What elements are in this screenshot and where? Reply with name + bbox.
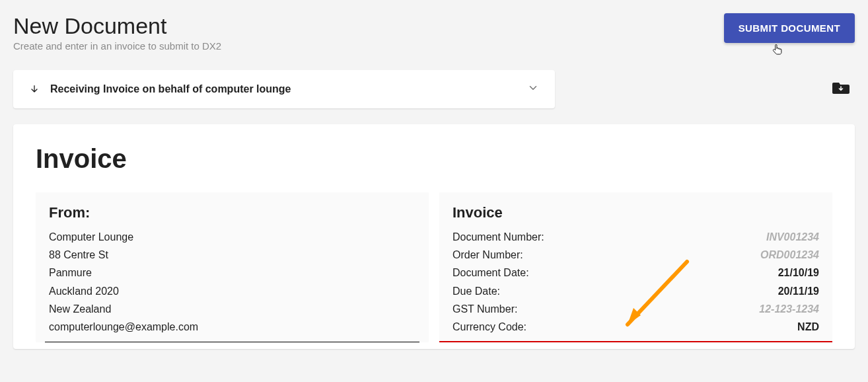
from-panel: From: Computer Lounge 88 Centre St Panmu… — [36, 192, 429, 342]
from-heading: From: — [49, 204, 416, 221]
invoice-card: Invoice From: Computer Lounge 88 Centre … — [13, 124, 855, 349]
toolbar-row: Receiving Invoice on behalf of computer … — [13, 70, 855, 108]
currency-code-value: NZD — [797, 318, 819, 336]
document-number-label: Document Number: — [452, 228, 544, 246]
gst-number-row[interactable]: GST Number: 12-123-1234 — [452, 300, 819, 318]
invoice-meta-heading: Invoice — [452, 204, 819, 221]
from-name: Computer Lounge — [49, 228, 416, 246]
title-block: New Document Create and enter in an invo… — [13, 13, 221, 52]
expander-label: Receiving Invoice on behalf of computer … — [50, 83, 527, 95]
folder-download-icon[interactable] — [832, 81, 850, 98]
from-address: Computer Lounge 88 Centre St Panmure Auc… — [49, 228, 416, 336]
invoice-panels: From: Computer Lounge 88 Centre St Panmu… — [36, 192, 832, 342]
currency-code-row[interactable]: Currency Code: NZD — [452, 318, 819, 336]
gst-number-value: 12-123-1234 — [759, 300, 819, 318]
order-number-row[interactable]: Order Number: ORD001234 — [452, 246, 819, 264]
gst-number-label: GST Number: — [452, 300, 517, 318]
invoice-section-title: Invoice — [36, 144, 832, 174]
page-title: New Document — [13, 13, 221, 39]
currency-code-label: Currency Code: — [452, 318, 526, 336]
order-number-label: Order Number: — [452, 246, 523, 264]
from-suburb: Panmure — [49, 264, 416, 282]
from-email: computerlounge@example.com — [49, 318, 416, 336]
from-city: Auckland 2020 — [49, 282, 416, 300]
receiving-invoice-expander[interactable]: Receiving Invoice on behalf of computer … — [13, 70, 555, 108]
document-date-value: 21/10/19 — [778, 264, 819, 282]
due-date-label: Due Date: — [452, 282, 500, 300]
from-country: New Zealand — [49, 300, 416, 318]
chevron-down-icon — [527, 82, 539, 96]
page-subtitle: Create and enter in an invoice to submit… — [13, 40, 221, 52]
document-number-value: INV001234 — [766, 228, 819, 246]
order-number-value: ORD001234 — [760, 246, 819, 264]
due-date-row[interactable]: Due Date: 20/11/19 — [452, 282, 819, 300]
from-street: 88 Centre St — [49, 246, 416, 264]
arrow-down-icon — [29, 84, 40, 95]
invoice-meta-panel: Invoice Document Number: INV001234 Order… — [439, 192, 832, 342]
submit-document-button[interactable]: SUBMIT DOCUMENT — [724, 13, 855, 43]
page-header: New Document Create and enter in an invo… — [13, 13, 855, 52]
due-date-value: 20/11/19 — [778, 282, 819, 300]
document-date-label: Document Date: — [452, 264, 529, 282]
document-number-row[interactable]: Document Number: INV001234 — [452, 228, 819, 246]
document-date-row[interactable]: Document Date: 21/10/19 — [452, 264, 819, 282]
